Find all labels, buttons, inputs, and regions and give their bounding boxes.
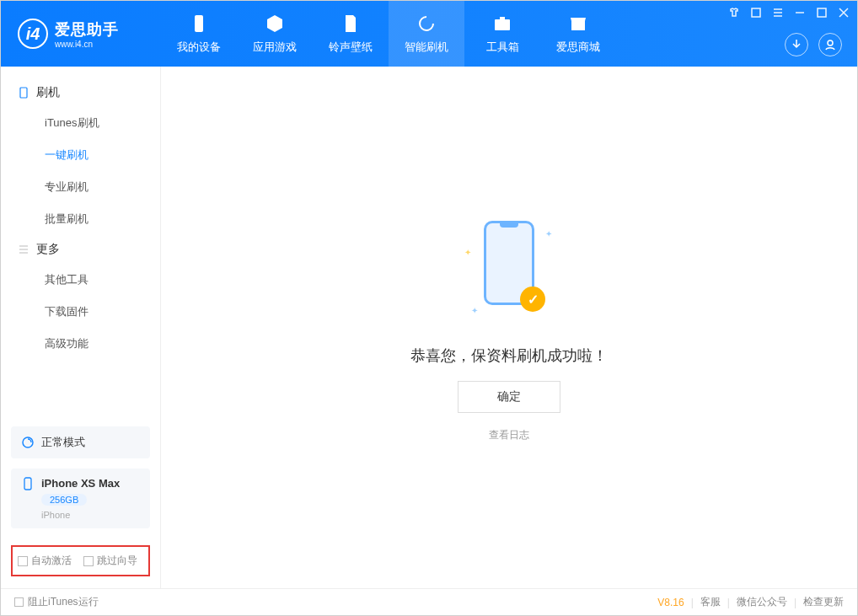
svg-point-5 xyxy=(828,40,833,46)
svg-rect-0 xyxy=(195,15,203,32)
tab-toolbox[interactable]: 工具箱 xyxy=(464,1,540,67)
svg-rect-2 xyxy=(500,17,505,19)
device-mode-label: 正常模式 xyxy=(41,435,85,450)
window-controls xyxy=(727,6,850,19)
music-page-icon xyxy=(340,13,362,35)
checkbox-box-icon xyxy=(18,556,28,566)
checkbox-block-itunes[interactable]: 阻止iTunes运行 xyxy=(14,595,99,609)
footer: 阻止iTunes运行 V8.16 | 客服 | 微信公众号 | 检查更新 xyxy=(1,588,857,615)
footer-wechat-link[interactable]: 微信公众号 xyxy=(737,595,787,609)
refresh-shield-icon xyxy=(416,13,437,35)
device-subtype: iPhone xyxy=(41,510,120,520)
list-small-icon xyxy=(18,244,29,255)
checkbox-auto-activate[interactable]: 自动激活 xyxy=(18,554,72,568)
phone-success-illustration: ✓ ✦✦✦ xyxy=(471,212,547,330)
tab-smart-flash[interactable]: 智能刷机 xyxy=(389,1,464,67)
window-icon[interactable] xyxy=(749,6,763,19)
main-content: ✓ ✦✦✦ 恭喜您，保资料刷机成功啦！ 确定 查看日志 xyxy=(161,67,857,588)
menu-icon[interactable] xyxy=(771,6,785,19)
header-right-actions xyxy=(785,33,842,56)
tab-my-device[interactable]: 我的设备 xyxy=(161,1,237,67)
sidebar-item-other-tools[interactable]: 其他工具 xyxy=(1,264,160,296)
device-small-icon xyxy=(18,87,29,99)
svg-rect-8 xyxy=(24,478,31,490)
app-name-cn: 爱思助手 xyxy=(55,19,119,40)
svg-rect-4 xyxy=(818,8,826,17)
version-label: V8.16 xyxy=(657,597,684,608)
device-info-panel[interactable]: iPhone XS Max 256GB iPhone xyxy=(11,469,150,528)
svg-rect-6 xyxy=(20,88,27,98)
tshirt-icon[interactable] xyxy=(727,6,741,19)
sidebar: 刷机 iTunes刷机 一键刷机 专业刷机 批量刷机 更多 其他工具 下载固件 … xyxy=(1,67,161,588)
maximize-button[interactable] xyxy=(815,6,829,19)
tab-apps[interactable]: 应用游戏 xyxy=(237,1,313,67)
sidebar-section-flash: 刷机 xyxy=(1,78,160,107)
cube-icon xyxy=(264,13,286,35)
minimize-button[interactable] xyxy=(793,6,807,19)
sidebar-item-batch-flash[interactable]: 批量刷机 xyxy=(1,203,160,235)
sidebar-item-advanced[interactable]: 高级功能 xyxy=(1,328,160,360)
svg-rect-1 xyxy=(495,19,510,30)
device-capacity: 256GB xyxy=(41,494,87,506)
view-log-link[interactable]: 查看日志 xyxy=(489,428,529,442)
logo[interactable]: i4 爱思助手 www.i4.cn xyxy=(1,19,161,49)
checkbox-box-icon xyxy=(14,597,24,607)
sidebar-section-more: 更多 xyxy=(1,235,160,264)
app-window: i4 爱思助手 www.i4.cn 我的设备 应用游戏 铃声壁纸 智能刷机 xyxy=(0,0,858,616)
tab-ringtones[interactable]: 铃声壁纸 xyxy=(313,1,389,67)
sidebar-item-pro-flash[interactable]: 专业刷机 xyxy=(1,171,160,203)
nav-tabs: 我的设备 应用游戏 铃声壁纸 智能刷机 工具箱 爱思商城 xyxy=(161,1,616,67)
svg-rect-3 xyxy=(752,8,760,17)
device-name: iPhone XS Max xyxy=(41,477,120,490)
sidebar-item-download-firmware[interactable]: 下载固件 xyxy=(1,296,160,328)
device-mode-panel[interactable]: 正常模式 xyxy=(11,426,150,458)
close-button[interactable] xyxy=(837,6,850,19)
highlighted-checkbox-row: 自动激活 跳过向导 xyxy=(11,545,150,576)
tab-store[interactable]: 爱思商城 xyxy=(540,1,616,67)
app-name-en: www.i4.cn xyxy=(55,40,119,49)
logo-icon: i4 xyxy=(18,19,48,49)
checkbox-skip-guide[interactable]: 跳过向导 xyxy=(83,554,137,568)
header: i4 爱思助手 www.i4.cn 我的设备 应用游戏 铃声壁纸 智能刷机 xyxy=(1,1,857,67)
store-icon xyxy=(567,13,589,35)
briefcase-icon xyxy=(491,13,513,35)
phone-small-icon xyxy=(21,477,35,490)
download-button[interactable] xyxy=(785,33,808,56)
user-button[interactable] xyxy=(818,33,842,56)
sidebar-item-itunes-flash[interactable]: iTunes刷机 xyxy=(1,107,160,139)
sidebar-item-oneclick-flash[interactable]: 一键刷机 xyxy=(1,139,160,171)
check-badge-icon: ✓ xyxy=(520,287,545,312)
phone-icon xyxy=(188,13,210,35)
ok-button[interactable]: 确定 xyxy=(458,381,560,413)
footer-support-link[interactable]: 客服 xyxy=(700,595,721,609)
body: 刷机 iTunes刷机 一键刷机 专业刷机 批量刷机 更多 其他工具 下载固件 … xyxy=(1,67,857,588)
footer-check-update-link[interactable]: 检查更新 xyxy=(803,595,844,609)
checkbox-box-icon xyxy=(83,556,94,566)
success-message: 恭喜您，保资料刷机成功啦！ xyxy=(410,345,608,366)
refresh-icon xyxy=(21,436,35,449)
